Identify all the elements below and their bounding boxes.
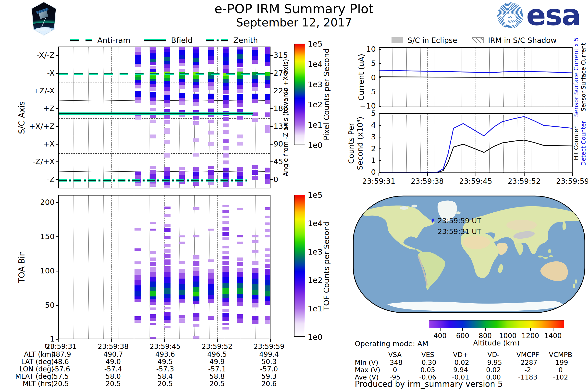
gridline-minor [118,47,119,188]
heatmap-cell [179,171,185,175]
heatmap-cell [223,182,228,186]
counts-tick-label: 3 [362,132,376,141]
counts-right-label-blue: Detect Counter [580,121,587,166]
series-hit-counter [380,140,572,173]
gridline-minor [134,196,134,338]
angle-tick-mark [270,91,273,92]
heatmap-cell [150,222,156,224]
heatmap-cell [208,94,214,99]
heatmap-cell [135,91,141,97]
ephem-cell: 23:59:45 [141,342,190,350]
legend-item-zenith: Zenith [206,36,258,44]
heatmap-cell [252,76,258,80]
heatmap-cell [223,140,228,143]
heatmap-cell [252,166,258,169]
heatmap-cell [222,216,229,218]
heatmap-cell [179,82,185,85]
angle-tick-mark [270,108,273,109]
heatmap-cell [237,258,243,261]
heatmap-cell [150,76,156,79]
gridline-minor [134,47,134,188]
heatmap-cell [150,120,156,123]
current-tick-mark [379,106,381,106]
time-tick-mark [217,339,218,342]
ephem-cell: 23:59:59 [244,342,294,350]
ephem-cell: 49.0 [89,358,138,366]
angle-tick-label: 0 [274,175,278,184]
heatmap-cell [208,82,214,86]
heatmap-cell [252,268,258,273]
heatmap-cell [223,168,228,172]
heatmap-cell [208,269,214,273]
heatmap-cell [222,266,229,272]
heatmap-cell [150,282,156,287]
heatmap-cell [164,266,170,272]
heatmap-cell [193,68,199,72]
heatmap-cell [164,49,170,52]
heatmap-cell [178,242,185,244]
heatmap-cell [208,86,214,90]
counts-tick-mark [379,125,381,126]
heatmap-cell [150,50,156,54]
heatmap-cell [208,50,214,56]
heatmap-cell [223,65,228,69]
heatmap-cell [237,54,243,59]
anti-ram-line-swatch [70,39,92,42]
heatmap-cell [164,326,170,328]
heatmap-cell [208,56,214,60]
counts-tick-label: 1 [362,156,376,165]
heatmap-cell [150,291,156,296]
heatmap-cell [134,316,141,320]
heatmap-cell [193,46,199,50]
heatmap-cell [134,269,141,274]
heatmap-cell [150,299,156,302]
heatmap-cell [223,130,228,134]
heatmap-cell [164,78,170,81]
heatmap-cell [265,100,270,104]
heatmap-cell [134,228,141,230]
heatmap-cell [208,295,214,300]
heatmap-cell [164,283,170,288]
current-tick-label: 10 [355,44,376,54]
heatmap-cell [164,153,170,157]
heatmap-cell [265,320,270,324]
ephem-cell: 50.3 [244,358,294,366]
heatmap-cell [252,87,258,91]
heatmap-cell [222,327,229,329]
heatmap-cell [164,103,170,107]
angle-tick-mark [270,144,273,144]
heatmap-cell [252,273,258,278]
heatmap-cell [150,308,156,310]
tof-cb-tick-label: 1e1 [308,304,322,313]
heatmap-cell [164,87,170,91]
toa-tick-mark [56,271,58,272]
toa-tick-label: 100 [32,266,55,275]
current-tick-mark [379,63,381,64]
heatmap-cell [164,140,170,144]
heatmap-cell [223,57,228,61]
heatmap-cell [134,320,141,322]
heatmap-cell [237,302,243,306]
ephem-cell: 58.4 [141,372,190,380]
heatmap-cell [150,81,156,84]
antiram-line [59,73,270,75]
heatmap-cell [179,79,185,82]
pixel-colorbar-label: Pixel Counts per Second [322,48,331,140]
heatmap-cell [223,53,228,57]
heatmap-cell [237,79,243,82]
sc-axis-tick-mark [56,55,58,56]
heatmap-cell [164,52,170,57]
heatmap-cell [134,299,141,302]
heatmap-cell [164,81,170,84]
ephem-cell: -57.0 [244,365,294,373]
current-tick-mark [379,78,381,78]
heatmap-cell [178,278,185,284]
heatmap-cell [134,262,141,264]
heatmap-cell [193,138,199,142]
current-tick-mark [379,49,381,50]
heatmap-cell [222,256,229,260]
toa-tick-mark [56,236,58,237]
ephem-cell: 23:59:31 [37,342,86,350]
heatmap-cell [223,160,228,164]
heatmap-cell [252,290,258,295]
